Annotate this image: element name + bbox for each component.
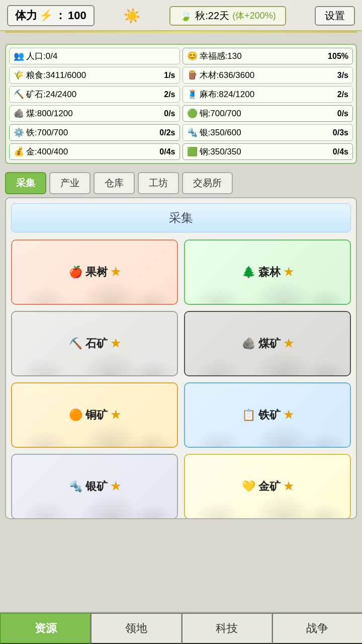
gold-icon: 💰	[14, 146, 24, 157]
coal-card-icon: 🪨	[242, 337, 255, 350]
card-copper[interactable]: 🟠 铜矿 ★	[11, 382, 178, 448]
silver-card-icon: 🔩	[69, 480, 82, 493]
ore-icon: ⛏️	[14, 89, 24, 100]
population-icon: 👥	[14, 51, 24, 61]
silver-icon: 🔩	[187, 127, 198, 138]
gold-card-text: 金矿	[258, 479, 281, 494]
copper-row: 🟢 铜:700/700 0/s	[183, 105, 353, 122]
coal-card-text: 煤矿	[258, 336, 281, 351]
steel-icon: 🟩	[187, 146, 198, 157]
season-leaf-icon: 🍃	[179, 10, 192, 22]
nav-war[interactable]: 战争	[272, 613, 362, 644]
cloth-icon: 🧵	[187, 89, 198, 100]
card-label-forest: 🌲 森林 ★	[242, 265, 294, 280]
copper-card-text: 铜矿	[85, 408, 108, 423]
fruit-card-icon: 🍎	[69, 266, 82, 279]
card-label-coal: 🪨 煤矿 ★	[242, 336, 294, 351]
tab-warehouse[interactable]: 仓库	[94, 172, 135, 194]
fruit-card-star: ★	[111, 266, 121, 279]
silver-row: 🔩 银:350/600 0/3s	[183, 124, 353, 141]
gold-card-star: ★	[284, 480, 294, 493]
copper-card-star: ★	[111, 409, 121, 422]
card-silver[interactable]: 🔩 银矿 ★	[11, 454, 178, 519]
forest-card-star: ★	[284, 266, 294, 279]
main-content: 采集 🍎 果树 ★ 🌲 森林 ★ ⛏️ 石矿 ★	[5, 197, 357, 519]
lightning-icon: ⚡	[39, 9, 53, 22]
resource-panel: 👥 人口:0/4 😊 幸福感:130 105% 🌾 粮食:3411/6000 1…	[5, 44, 357, 164]
cloth-row: 🧵 麻布:824/1200 2/s	[183, 86, 353, 103]
happiness-row: 😊 幸福感:130 105%	[183, 48, 353, 64]
card-label-copper: 🟠 铜矿 ★	[69, 408, 121, 423]
copper-icon: 🟢	[187, 108, 198, 119]
silver-card-star: ★	[111, 480, 121, 493]
stone-card-text: 石矿	[85, 336, 108, 351]
silver-card-text: 银矿	[85, 479, 108, 494]
iron-row: ⚙️ 铁:700/700 0/2s	[9, 124, 180, 141]
coal-card-star: ★	[284, 337, 294, 350]
stamina-box: 体力 ⚡ ： 100	[7, 5, 95, 26]
happiness-icon: 😊	[187, 51, 198, 61]
forest-card-icon: 🌲	[242, 266, 255, 279]
happiness-label: 😊 幸福感:130	[187, 50, 242, 62]
card-label-stone: ⛏️ 石矿 ★	[69, 336, 121, 351]
card-forest[interactable]: 🌲 森林 ★	[184, 239, 351, 305]
food-row: 🌾 粮食:3411/6000 1/s	[9, 67, 180, 84]
stone-card-icon: ⛏️	[69, 337, 82, 350]
wood-row: 🪵 木材:636/3600 3/s	[183, 67, 353, 84]
settings-button[interactable]: 设置	[315, 6, 355, 26]
nav-resources[interactable]: 资源	[0, 613, 90, 644]
card-coal[interactable]: 🪨 煤矿 ★	[184, 311, 351, 376]
season-text: 秋:22天	[195, 9, 229, 23]
coal-row: 🪨 煤:800/1200 0/s	[9, 105, 180, 122]
tab-industry[interactable]: 产业	[49, 172, 90, 194]
gold-row: 💰 金:400/400 0/4s	[9, 143, 180, 160]
card-gold[interactable]: 💛 金矿 ★	[184, 454, 351, 519]
stone-card-star: ★	[111, 337, 121, 350]
tabs-row: 采集 产业 仓库 工坊 交易所	[0, 168, 362, 197]
wood-icon: 🪵	[187, 70, 198, 80]
card-label-fruit: 🍎 果树 ★	[69, 265, 121, 280]
iron-icon: ⚙️	[14, 127, 24, 138]
nav-technology[interactable]: 科技	[182, 613, 272, 644]
season-box: 🍃 秋:22天 (体+200%)	[169, 6, 286, 26]
food-icon: 🌾	[14, 70, 24, 80]
happiness-value: 105%	[328, 52, 348, 61]
iron-card-star: ★	[284, 409, 294, 422]
population-label: 👥 人口:0/4	[14, 50, 57, 62]
card-iron[interactable]: 📋 铁矿 ★	[184, 382, 351, 448]
stamina-value: 100	[68, 9, 86, 22]
iron-card-icon: 📋	[242, 409, 255, 422]
copper-card-icon: 🟠	[69, 409, 82, 422]
fruit-card-text: 果树	[85, 265, 108, 280]
iron-card-text: 铁矿	[258, 408, 281, 423]
stamina-colon: ：	[55, 8, 66, 23]
card-label-silver: 🔩 银矿 ★	[69, 479, 121, 494]
nav-territory[interactable]: 领地	[90, 613, 181, 644]
gold-card-icon: 💛	[242, 480, 255, 493]
card-stone[interactable]: ⛏️ 石矿 ★	[11, 311, 178, 376]
card-fruit[interactable]: 🍎 果树 ★	[11, 239, 178, 305]
coal-icon: 🪨	[14, 108, 24, 119]
stamina-label: 体力	[15, 8, 37, 23]
season-bonus: (体+200%)	[232, 10, 276, 22]
steel-row: 🟩 钢:350/350 0/4s	[183, 143, 353, 160]
sun-icon: ☀️	[123, 8, 141, 24]
tab-workshop[interactable]: 工坊	[138, 172, 179, 194]
tab-gather[interactable]: 采集	[5, 172, 46, 194]
cards-grid: 🍎 果树 ★ 🌲 森林 ★ ⛏️ 石矿 ★ 🪨	[11, 239, 351, 519]
forest-card-text: 森林	[258, 265, 281, 280]
tab-exchange[interactable]: 交易所	[182, 172, 233, 194]
population-row: 👥 人口:0/4	[9, 48, 180, 64]
ore-row: ⛏️ 矿石:24/2400 2/s	[9, 86, 180, 103]
section-title: 采集	[11, 203, 351, 232]
card-label-gold: 💛 金矿 ★	[242, 479, 294, 494]
card-label-iron: 📋 铁矿 ★	[242, 408, 294, 423]
bottom-nav: 资源 领地 科技 战争	[0, 612, 362, 644]
top-bar: 体力 ⚡ ： 100 ☀️ 🍃 秋:22天 (体+200%) 设置	[0, 0, 362, 31]
